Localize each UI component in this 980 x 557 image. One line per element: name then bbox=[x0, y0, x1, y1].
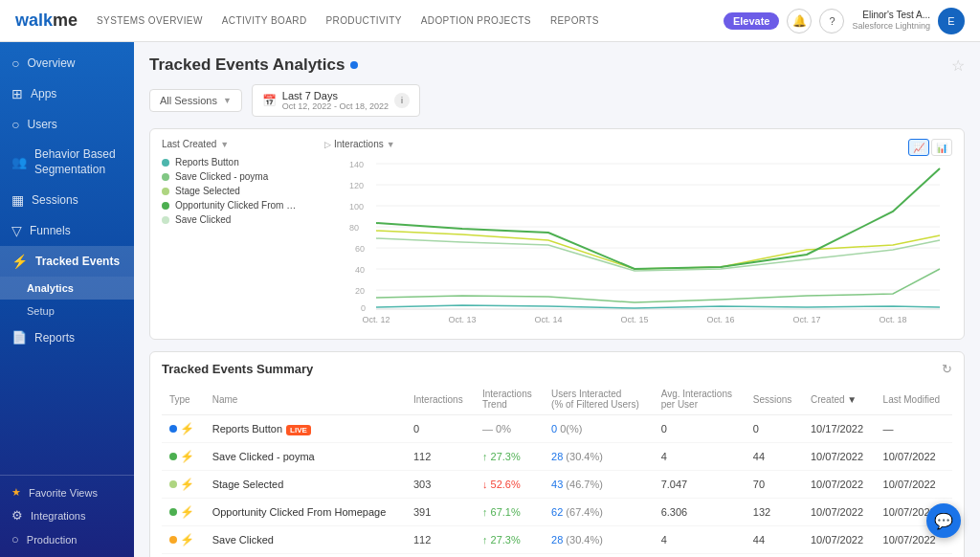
notification-icon[interactable]: 🔔 bbox=[787, 9, 812, 33]
interactions-cell: 112 bbox=[406, 526, 475, 554]
svg-text:Oct. 17: Oct. 17 bbox=[792, 315, 820, 324]
type-cell: ⚡ bbox=[162, 499, 205, 526]
svg-text:120: 120 bbox=[349, 181, 364, 190]
table-row: ⚡ Stage Selected 303 ↓ 52.6% 43 (46.7%) … bbox=[162, 471, 952, 499]
trend-cell: — 0% bbox=[475, 415, 544, 443]
modified-cell: — bbox=[876, 415, 952, 443]
user-info: Elinor's Test A... Salesforce Lightning bbox=[852, 9, 930, 33]
avg-cell: 4 bbox=[654, 443, 746, 471]
nav-productivity[interactable]: Productivity bbox=[326, 15, 402, 26]
table-row: ⚡ Reports ButtonLIVE 0 — 0% 0 0(%) 0 0 1… bbox=[162, 415, 952, 443]
svg-text:Oct. 13: Oct. 13 bbox=[448, 315, 476, 324]
sidebar-bottom-favorites[interactable]: ★ Favorite Views bbox=[0, 481, 134, 503]
svg-text:80: 80 bbox=[349, 223, 359, 233]
sessions-icon: ▦ bbox=[11, 192, 24, 208]
trend-cell: ↓ 52.6% bbox=[475, 471, 544, 499]
table-row: ⚡ Opportunity Clicked From Homepage 391 … bbox=[162, 499, 952, 526]
users-icon: ○ bbox=[11, 117, 19, 132]
behavior-icon: 👥 bbox=[11, 155, 27, 169]
name-cell: Save Clicked - poyma bbox=[205, 443, 406, 471]
trend-cell: ↑ 27.3% bbox=[475, 443, 544, 471]
production-icon: ○ bbox=[11, 532, 19, 546]
interactions-cell: 112 bbox=[406, 443, 475, 471]
interactions-cell: 303 bbox=[406, 471, 475, 499]
avatar[interactable]: E bbox=[938, 8, 965, 34]
col-avg: Avg. Interactionsper User bbox=[654, 384, 746, 415]
elevate-button[interactable]: Elevate bbox=[724, 12, 780, 30]
legend-arrow: ▼ bbox=[220, 140, 229, 149]
col-interactions: Interactions bbox=[406, 384, 475, 415]
created-cell: 10/07/2022 bbox=[803, 526, 876, 554]
summary-header: Tracked Events Summary ↻ bbox=[162, 362, 952, 376]
chat-bubble[interactable]: 💬 bbox=[926, 503, 961, 538]
col-created: Created ▼ bbox=[803, 384, 876, 415]
type-icon: ⚡ bbox=[180, 450, 194, 463]
sidebar-item-tracked-events[interactable]: ⚡ Tracked Events bbox=[0, 246, 134, 277]
sidebar-item-reports[interactable]: 📄 Reports bbox=[0, 323, 134, 352]
table-row: ⚡ Save Clicked 112 ↑ 27.3% 28 (30.4%) 4 … bbox=[162, 526, 952, 554]
nav-links: Systems Overview Activity Board Producti… bbox=[97, 15, 724, 26]
content-area: Tracked Events Analytics ☆ All Sessions … bbox=[134, 42, 980, 557]
avg-cell: 7.047 bbox=[654, 471, 746, 499]
summary-card: Tracked Events Summary ↻ Type Name Inter… bbox=[149, 351, 965, 557]
sidebar-item-apps[interactable]: ⊞ Apps bbox=[0, 78, 134, 109]
top-nav: walkme Systems Overview Activity Board P… bbox=[0, 0, 980, 42]
refresh-icon[interactable]: ↻ bbox=[942, 362, 952, 376]
avg-cell: 6.306 bbox=[654, 499, 746, 526]
star-button[interactable]: ☆ bbox=[951, 56, 965, 75]
interactions-arrow: ▼ bbox=[387, 140, 395, 149]
nav-systems[interactable]: Systems Overview bbox=[97, 15, 203, 26]
users-cell: 43 (46.7%) bbox=[544, 471, 654, 499]
overview-icon: ○ bbox=[11, 56, 19, 71]
type-cell: ⚡ bbox=[162, 415, 205, 443]
sessions-cell: 70 bbox=[746, 471, 803, 499]
nav-reports[interactable]: Reports bbox=[550, 15, 599, 26]
sidebar-item-funnels[interactable]: ▽ Funnels bbox=[0, 215, 134, 246]
col-type: Type bbox=[162, 384, 205, 415]
sidebar-item-setup[interactable]: Setup bbox=[0, 300, 134, 323]
sidebar-item-overview[interactable]: ○ Overview bbox=[0, 48, 134, 78]
modified-cell: 10/07/2022 bbox=[876, 443, 952, 471]
type-cell: ⚡ bbox=[162, 443, 205, 471]
sidebar-bottom-integrations[interactable]: ⚙ Integrations bbox=[0, 503, 134, 527]
session-dropdown-arrow: ▼ bbox=[223, 96, 232, 105]
live-badge: LIVE bbox=[286, 425, 311, 435]
chart-area: Last Created ▼ Reports Button Save Click… bbox=[162, 139, 952, 329]
integrations-icon: ⚙ bbox=[11, 508, 23, 523]
avg-cell: 4 bbox=[654, 526, 746, 554]
type-icon: ⚡ bbox=[180, 533, 194, 546]
session-filter[interactable]: All Sessions ▼ bbox=[149, 89, 242, 112]
sidebar-item-analytics[interactable]: Analytics bbox=[0, 277, 134, 300]
sidebar-item-behavior[interactable]: 👥 Behavior Based Segmentation bbox=[0, 140, 134, 185]
date-filter[interactable]: 📅 Last 7 Days Oct 12, 2022 - Oct 18, 202… bbox=[252, 84, 420, 117]
name-cell: Reports ButtonLIVE bbox=[205, 415, 406, 443]
legend-item-1: Save Clicked - poyma bbox=[162, 169, 315, 184]
users-cell: 62 (67.4%) bbox=[544, 499, 654, 526]
chart-svg-container: 📈 📊 ▷ Interactions ▼ 140 120 100 80 bbox=[324, 139, 952, 329]
svg-text:140: 140 bbox=[349, 160, 364, 169]
svg-text:0: 0 bbox=[361, 303, 366, 313]
svg-text:40: 40 bbox=[355, 265, 365, 275]
nav-adoption[interactable]: Adoption Projects bbox=[421, 15, 531, 26]
sidebar-item-sessions[interactable]: ▦ Sessions bbox=[0, 185, 134, 215]
calendar-icon: 📅 bbox=[262, 94, 277, 107]
nav-activity[interactable]: Activity Board bbox=[222, 15, 307, 26]
sessions-cell: 44 bbox=[746, 443, 803, 471]
page-title: Tracked Events Analytics bbox=[149, 56, 345, 75]
modified-cell: 10/07/2022 bbox=[876, 471, 952, 499]
users-cell: 28 (30.4%) bbox=[544, 526, 654, 554]
line-chart-button[interactable]: 📈 bbox=[908, 139, 929, 156]
bar-chart-button[interactable]: 📊 bbox=[931, 139, 952, 156]
chart-y-label: ▷ Interactions ▼ bbox=[324, 139, 395, 149]
sidebar-item-users[interactable]: ○ Users bbox=[0, 109, 134, 140]
created-cell: 10/07/2022 bbox=[803, 499, 876, 526]
trend-cell: ↑ 27.3% bbox=[475, 526, 544, 554]
svg-text:Oct. 18: Oct. 18 bbox=[879, 315, 906, 324]
type-icon: ⚡ bbox=[180, 505, 194, 519]
help-icon[interactable]: ? bbox=[819, 9, 844, 33]
date-info-icon[interactable]: i bbox=[394, 93, 410, 108]
main-layout: ○ Overview ⊞ Apps ○ Users 👥 Behavior Bas… bbox=[0, 42, 980, 557]
sidebar-bottom-production[interactable]: ○ Production bbox=[0, 527, 134, 551]
svg-text:100: 100 bbox=[349, 202, 364, 212]
legend-item-0: Reports Button bbox=[162, 155, 315, 169]
